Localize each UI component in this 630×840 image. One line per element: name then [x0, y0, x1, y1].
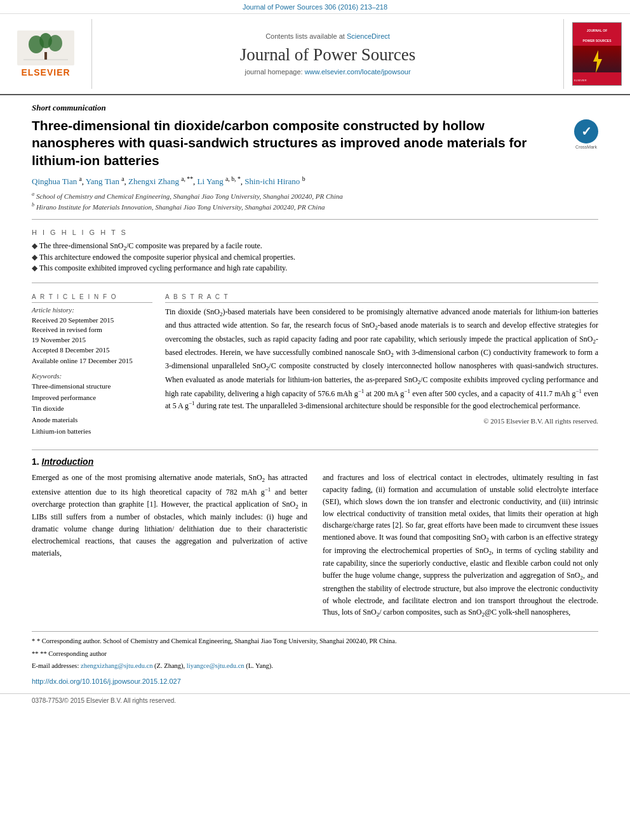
affiliations: a School of Chemistry and Chemical Engin… — [32, 190, 598, 212]
intro-para-1: Emerged as one of the most promising alt… — [32, 472, 307, 559]
footnote-1: * * Corresponding author. School of Chem… — [32, 636, 598, 646]
elsevier-logo-container: ELSEVIER — [0, 19, 92, 89]
author-4-sup: a, b, * — [225, 175, 241, 182]
intro-section-number: 1. Introduction — [32, 457, 598, 467]
divider-3 — [32, 450, 598, 450]
svg-marker-6 — [593, 50, 602, 73]
journal-cover-image: JOURNAL OFPOWER SOURCES ELSEVIER — [572, 22, 622, 86]
title-crossmark-row: Three-dimensional tin dioxide/carbon com… — [32, 117, 598, 169]
author-1: Qinghua Tian — [32, 177, 77, 186]
doi-section: http://dx.doi.org/10.1016/j.jpowsour.201… — [32, 671, 598, 690]
article-type: Short communication — [32, 95, 598, 117]
abstract-text: Tin dioxide (SnO2)-based materials have … — [165, 306, 598, 412]
bottom-copyright: 0378-7753/© 2015 Elsevier B.V. All right… — [32, 697, 176, 704]
journal-header: ELSEVIER Contents lists available at Sci… — [0, 14, 630, 95]
author-4: Li Yang — [198, 177, 224, 186]
article-info-header: A R T I C L E I N F O — [32, 293, 152, 303]
footnote-2: ** ** Corresponding author — [32, 649, 598, 659]
article-info-column: A R T I C L E I N F O Article history: R… — [32, 293, 152, 437]
svg-point-3 — [48, 35, 62, 51]
main-content: Short communication Three-dimensional ti… — [0, 95, 630, 690]
author-5-sup: b — [302, 175, 305, 182]
intro-col-right: and fractures and loss of electrical con… — [323, 472, 598, 620]
keyword-1: Three-dimensional structure — [32, 381, 152, 392]
top-bar: Journal of Power Sources 306 (2016) 213–… — [0, 0, 630, 14]
keyword-5: Lithium-ion batteries — [32, 426, 152, 437]
journal-title-center: Contents lists available at ScienceDirec… — [92, 19, 563, 89]
affiliation-b: b Hirano Institute for Materials Innovat… — [32, 201, 598, 212]
history-label: Article history: — [32, 306, 152, 314]
journal-citation: Journal of Power Sources 306 (2016) 213–… — [243, 3, 387, 11]
footnotes-section: * * Corresponding author. School of Chem… — [32, 631, 598, 671]
introduction-section: 1. Introduction Emerged as one of the mo… — [32, 457, 598, 620]
copyright-text: © 2015 Elsevier B.V. All rights reserved… — [165, 412, 598, 425]
received-date: Received 20 September 2015 — [32, 315, 152, 326]
intro-body-columns: Emerged as one of the most promising alt… — [32, 472, 598, 620]
elsevier-wordmark: ELSEVIER — [21, 67, 70, 77]
author-2: Yang Tian — [86, 177, 119, 186]
divider-1 — [32, 219, 598, 220]
homepage-url[interactable]: www.elsevier.com/locate/jpowsour — [305, 68, 411, 76]
email-1-link[interactable]: zhengxizhang@sjtu.edu.cn — [81, 662, 152, 669]
bottom-bar: 0378-7753/© 2015 Elsevier B.V. All right… — [0, 693, 630, 707]
keyword-3: Tin dioxide — [32, 403, 152, 415]
intro-col-left: Emerged as one of the most promising alt… — [32, 472, 307, 620]
cover-journal-label: JOURNAL OFPOWER SOURCES — [582, 29, 611, 43]
abstract-column: A B S T R A C T Tin dioxide (SnO2)-based… — [165, 293, 598, 437]
contents-available-text: Contents lists available at ScienceDirec… — [105, 32, 551, 40]
author-3: Zhengxi Zhang — [128, 177, 179, 186]
author-5: Shin-ichi Hirano — [245, 177, 300, 186]
keyword-2: Improved performance — [32, 392, 152, 404]
article-info-abstract-row: A R T I C L E I N F O Article history: R… — [32, 288, 598, 442]
revised-label: Received in revised form19 November 2015 — [32, 325, 152, 345]
email-2-link[interactable]: liyangce@sjtu.edu.cn — [187, 662, 245, 669]
authors-line: Qinghua Tian a, Yang Tian a, Zhengxi Zha… — [32, 175, 598, 187]
divider-2 — [32, 283, 598, 283]
accepted-date: Accepted 8 December 2015 — [32, 345, 152, 356]
article-title: Three-dimensional tin dioxide/carbon com… — [32, 117, 566, 169]
affiliation-a: a School of Chemistry and Chemical Engin… — [32, 190, 598, 201]
sciencedirect-link[interactable]: ScienceDirect — [347, 32, 390, 40]
journal-main-title: Journal of Power Sources — [105, 45, 551, 65]
available-date: Available online 17 December 2015 — [32, 356, 152, 366]
doi-link[interactable]: http://dx.doi.org/10.1016/j.jpowsour.201… — [32, 677, 181, 685]
intro-para-2: and fractures and loss of electrical con… — [323, 472, 598, 620]
journal-cover-container: JOURNAL OFPOWER SOURCES ELSEVIER — [563, 19, 630, 89]
keywords-label: Keywords: — [32, 372, 152, 380]
journal-homepage: journal homepage: www.elsevier.com/locat… — [105, 68, 551, 76]
crossmark-badge: ✓ CrossMark — [574, 119, 598, 149]
footnote-emails: E-mail addresses: zhengxizhang@sjtu.edu.… — [32, 661, 598, 671]
author-1-sup: a — [79, 175, 81, 182]
highlights-title: H I G H L I G H T S — [32, 229, 598, 236]
svg-rect-4 — [44, 52, 47, 60]
highlight-item-2: ◆ This architecture endowed the composit… — [32, 252, 598, 263]
author-3-sup: a, ** — [181, 175, 193, 182]
corresponding-author-2-label: ** Corresponding author — [40, 650, 107, 657]
elsevier-tree-icon — [17, 30, 74, 65]
highlight-item-3: ◆ This composite exhibited improved cycl… — [32, 263, 598, 274]
highlight-item-1: ◆ The three-dimensional SnO2/C composite… — [32, 241, 598, 252]
intro-section-title: Introduction — [42, 457, 94, 467]
abstract-header: A B S T R A C T — [165, 293, 598, 303]
author-2-sup: a — [121, 175, 124, 182]
keyword-4: Anode materials — [32, 415, 152, 426]
highlights-section: H I G H L I G H T S ◆ The three-dimensio… — [32, 225, 598, 280]
